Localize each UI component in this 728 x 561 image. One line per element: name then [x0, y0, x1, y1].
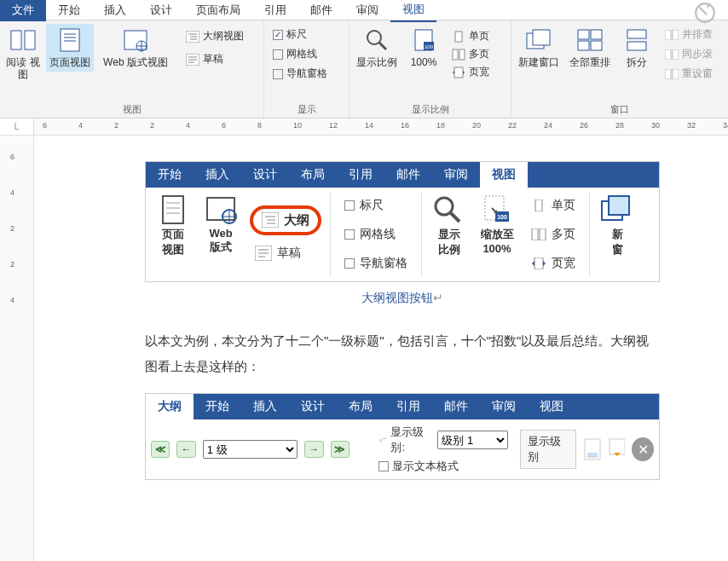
- emb2-tab-mail: 邮件: [432, 394, 480, 419]
- zoom-button[interactable]: 显示比例: [353, 24, 401, 72]
- page-width-button[interactable]: 页宽: [448, 63, 493, 81]
- emb2-tab-insert: 插入: [241, 394, 289, 419]
- ruler-corner: L: [0, 119, 34, 136]
- embedded-ribbon-image-2: 大纲 开始 插入 设计 布局 引用 邮件 审阅 视图 ≪ ← 1 级 → ≫: [145, 393, 660, 480]
- split-button[interactable]: 拆分: [617, 24, 656, 72]
- svg-rect-3: [61, 29, 79, 51]
- one-page-button[interactable]: 单页: [448, 27, 493, 45]
- emb1-nav-check: 导航窗格: [339, 252, 413, 275]
- svg-rect-41: [673, 69, 679, 79]
- multi-page-button[interactable]: 多页: [448, 45, 493, 63]
- gridlines-checkbox[interactable]: 网格线: [273, 47, 327, 61]
- svg-rect-70: [587, 453, 598, 458]
- tab-page-layout[interactable]: 页面布局: [184, 0, 252, 21]
- svg-rect-40: [665, 69, 671, 79]
- svg-text:100: 100: [425, 44, 434, 49]
- draft-view-button[interactable]: 草稿: [182, 50, 247, 68]
- emb1-page-view: 页面 视图: [149, 193, 197, 276]
- svg-rect-7: [124, 31, 147, 49]
- emb1-one-page: 单页: [526, 194, 581, 217]
- emb1-tab-design: 设计: [241, 162, 289, 188]
- svg-rect-29: [533, 30, 550, 45]
- ribbon-group-window: 新建窗口 全部重排 拆分 并排查 同步滚 重设窗 窗口: [511, 20, 728, 118]
- show-text-format-label: 显示文本格式: [392, 459, 459, 474]
- emb1-page-width: 页宽: [526, 252, 581, 275]
- side-by-side-button[interactable]: 并排查: [662, 27, 716, 42]
- emb1-tab-refs: 引用: [337, 162, 384, 188]
- emb1-outline-circled: 大纲: [250, 205, 321, 235]
- emb1-tab-start: 开始: [146, 162, 194, 188]
- emb1-draft: 草稿: [250, 242, 321, 264]
- ribbon-group-views: 阅读 视图 页面视图 Web 版式视图 大纲视图 草稿 视图: [0, 20, 264, 118]
- page: 开始 插入 设计 布局 引用 邮件 审阅 视图 页面 视图 Web 版式: [34, 136, 728, 561]
- doc-down-icon: [608, 437, 625, 461]
- views-group-label: 视图: [3, 101, 260, 116]
- svg-rect-1: [11, 31, 21, 49]
- svg-rect-68: [609, 196, 629, 215]
- embedded-ribbon-image-1: 开始 插入 设计 布局 引用 邮件 审阅 视图 页面 视图 Web 版式: [145, 161, 660, 282]
- emb2-tabs: 大纲 开始 插入 设计 布局 引用 邮件 审阅 视图: [146, 394, 659, 419]
- tab-mail[interactable]: 邮件: [298, 0, 344, 21]
- emb1-zoom: 显示 比例: [425, 193, 473, 276]
- page-view-button[interactable]: 页面视图: [46, 24, 94, 72]
- zoom-100-button[interactable]: 100 100%: [404, 24, 443, 72]
- doc-icon: [583, 437, 600, 461]
- vertical-ruler[interactable]: 64224: [0, 136, 34, 561]
- sync-scroll-button[interactable]: 同步滚: [662, 47, 716, 61]
- ribbon: 阅读 视图 页面视图 Web 版式视图 大纲视图 草稿 视图: [0, 20, 728, 119]
- svg-line-59: [451, 213, 459, 222]
- svg-rect-36: [665, 30, 671, 40]
- svg-rect-33: [591, 41, 602, 50]
- emb2-tab-start: 开始: [194, 394, 241, 419]
- horizontal-ruler[interactable]: 642246810121416182022242628303234: [34, 119, 728, 136]
- svg-text:100: 100: [497, 214, 507, 220]
- emb1-ruler-check: 标尺: [339, 194, 413, 217]
- ruler-row: L 642246810121416182022242628303234: [0, 119, 728, 136]
- emb1-tabs: 开始 插入 设计 布局 引用 邮件 审阅 视图: [146, 162, 659, 188]
- show-group-label: 显示: [268, 101, 345, 116]
- window-group-label: 窗口: [515, 101, 725, 116]
- svg-rect-30: [578, 30, 589, 39]
- svg-point-19: [367, 31, 381, 44]
- emb1-new-window: 新 窗: [593, 193, 641, 276]
- ruler-checkbox[interactable]: 标尺: [273, 27, 327, 42]
- emb1-tab-layout: 布局: [289, 162, 337, 188]
- show-level-select: 级别 1: [437, 431, 508, 449]
- ribbon-group-zoom: 显示比例 100 100% 单页 多页 页宽 显示比例: [350, 20, 511, 118]
- show-level-label: 显示级别:: [390, 425, 434, 455]
- emb2-tab-view: 视图: [528, 394, 575, 419]
- outline-level-select: 1 级: [203, 440, 298, 459]
- svg-rect-66: [534, 257, 543, 269]
- outline-view-button[interactable]: 大纲视图: [182, 27, 247, 45]
- reading-view-button[interactable]: 阅读 视图: [3, 24, 43, 84]
- web-view-button[interactable]: Web 版式视图: [97, 24, 174, 72]
- emb1-tab-review: 审阅: [432, 162, 480, 188]
- tab-start[interactable]: 开始: [46, 0, 92, 21]
- help-icon[interactable]: [694, 2, 716, 24]
- emb2-toolbar: ≪ ← 1 级 → ≫ ◦⁻ 显示级别: 级别 1: [146, 419, 659, 479]
- tab-file[interactable]: 文件: [0, 0, 46, 21]
- svg-point-58: [436, 198, 453, 215]
- svg-rect-31: [591, 30, 602, 39]
- emb2-tab-outline: 大纲: [146, 394, 194, 419]
- document-scroll-area: 64224 开始 插入 设计 布局 引用 邮件 审阅 视图 页面 视图: [0, 136, 728, 561]
- svg-rect-35: [627, 42, 646, 50]
- tab-references[interactable]: 引用: [252, 0, 298, 21]
- reset-position-button[interactable]: 重设窗: [662, 67, 716, 81]
- caption-outline-button: 大纲视图按钮↵: [145, 291, 660, 306]
- svg-rect-65: [540, 228, 546, 240]
- svg-rect-26: [459, 49, 465, 60]
- close-icon: ✕: [632, 437, 654, 461]
- tab-view[interactable]: 视图: [390, 0, 436, 22]
- arrange-all-button[interactable]: 全部重排: [566, 24, 614, 72]
- svg-rect-27: [454, 67, 463, 78]
- new-window-button[interactable]: 新建窗口: [515, 24, 563, 72]
- tab-design[interactable]: 设计: [138, 0, 184, 21]
- emb1-multi-page: 多页: [526, 223, 581, 246]
- demote-to-body-icon: ≫: [331, 441, 350, 458]
- emb1-tab-mail: 邮件: [384, 162, 432, 188]
- navpane-checkbox[interactable]: 导航窗格: [273, 67, 327, 81]
- svg-rect-32: [578, 41, 589, 50]
- tab-review[interactable]: 审阅: [344, 0, 390, 21]
- tab-insert[interactable]: 插入: [92, 0, 138, 21]
